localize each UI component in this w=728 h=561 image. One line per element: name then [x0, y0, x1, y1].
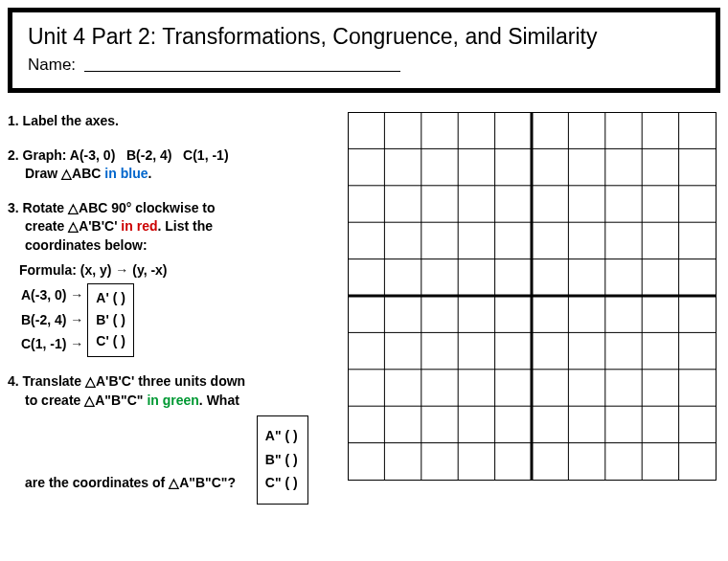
- question-3: 3. Rotate △ABC 90° clockwise to create △…: [8, 199, 329, 357]
- q2-end: .: [148, 166, 151, 181]
- q4-rowB[interactable]: B" ( ): [265, 451, 298, 470]
- q1-text: Label the axes.: [23, 113, 119, 128]
- name-label: Name:: [28, 56, 76, 74]
- q4-num: 4.: [8, 373, 19, 389]
- q2-num: 2.: [8, 147, 19, 163]
- q2-draw: Draw △ABC: [25, 166, 104, 181]
- question-4: 4. Translate △A'B'C' three units down to…: [8, 372, 329, 505]
- q4-rowA[interactable]: A" ( ): [265, 427, 298, 446]
- question-1: 1. Label the axes.: [8, 112, 329, 131]
- q2-A: A(-3, 0): [70, 147, 115, 163]
- q3-num: 3.: [8, 200, 19, 215]
- unit-title: Unit 4 Part 2: Transformations, Congruen…: [28, 24, 700, 50]
- q4-line3: are the coordinates of △A"B"C"?: [25, 475, 236, 490]
- coordinate-grid[interactable]: [348, 112, 717, 481]
- q2-color: in blue: [104, 166, 148, 181]
- q1-num: 1.: [8, 113, 19, 128]
- question-2: 2. Graph: A(-3, 0) B(-2, 4) C(1, -1) Dra…: [8, 146, 329, 184]
- q3-line3: coordinates below:: [25, 237, 148, 253]
- q3-rowC-left: C(1, -1) →: [21, 332, 88, 356]
- q2-B: B(-2, 4): [126, 147, 171, 163]
- q4-rowC[interactable]: C" ( ): [265, 474, 298, 493]
- q2-C: C(1, -1): [183, 147, 228, 163]
- q3-color: in red: [121, 218, 157, 234]
- q3-line2a: create △A'B'C': [25, 218, 121, 234]
- header-box: Unit 4 Part 2: Transformations, Congruen…: [8, 8, 720, 93]
- questions-column: 1. Label the axes. 2. Graph: A(-3, 0) B(…: [8, 112, 329, 520]
- name-line: Name:: [28, 56, 700, 75]
- q3-rowB-left: B(-2, 4) →: [21, 308, 88, 332]
- name-underline[interactable]: [84, 71, 400, 72]
- q2-graph-label: Graph:: [23, 147, 67, 163]
- q3-rowC-right[interactable]: C' ( ): [96, 332, 125, 351]
- q3-rowB-right[interactable]: B' ( ): [96, 311, 125, 330]
- q3-rowA-left: A(-3, 0) →: [21, 284, 88, 308]
- q3-line1: Rotate △ABC 90° clockwise to: [23, 200, 216, 215]
- q3-formula: Formula: (x, y) → (y, -x): [19, 261, 329, 280]
- q4-answer-box[interactable]: A" ( ) B" ( ) C" ( ): [257, 415, 308, 505]
- q3-line2b: . List the: [157, 218, 213, 234]
- q4-color: in green: [147, 393, 198, 408]
- q4-line1: Translate △A'B'C' three units down: [23, 373, 246, 389]
- q4-line2b: . What: [199, 393, 239, 408]
- q3-rowA-right[interactable]: A' ( ): [96, 289, 125, 308]
- q4-line2a: to create △A"B"C": [25, 393, 147, 408]
